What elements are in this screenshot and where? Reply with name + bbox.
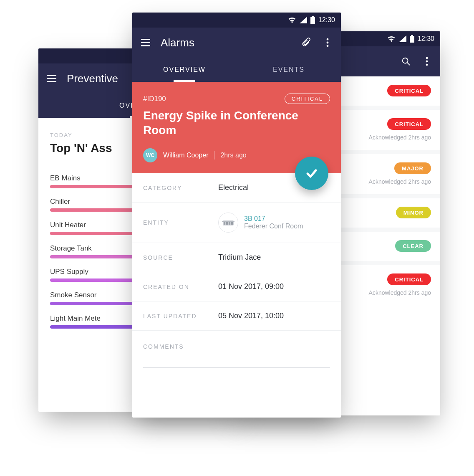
assignee-name: William Cooper bbox=[163, 152, 208, 159]
svg-rect-3 bbox=[411, 35, 413, 36]
attachment-icon[interactable] bbox=[301, 37, 313, 48]
alarm-hero: #ID190 CRITICAL Energy Spike in Conferen… bbox=[132, 82, 341, 173]
svg-rect-17 bbox=[226, 222, 228, 225]
svg-point-13 bbox=[327, 45, 329, 47]
svg-point-7 bbox=[426, 61, 428, 63]
menu-icon[interactable] bbox=[140, 37, 151, 48]
severity-badge: CRITICAL bbox=[387, 273, 431, 285]
ack-text: Acknowledged 2hrs ago bbox=[369, 289, 431, 296]
alarm-time: 2hrs ago bbox=[220, 152, 246, 159]
entity-room: Federer Conf Room bbox=[244, 223, 303, 230]
value: Electrical bbox=[218, 183, 249, 192]
signal-icon bbox=[300, 17, 307, 23]
severity-pill: CRITICAL bbox=[285, 94, 330, 104]
row-updated: LAST UPDATED 05 Nov 2017, 10:00 bbox=[132, 301, 341, 331]
menu-icon[interactable] bbox=[46, 73, 58, 84]
acknowledge-fab[interactable] bbox=[295, 157, 328, 190]
wifi-icon bbox=[387, 35, 396, 42]
avatar[interactable]: WC bbox=[143, 148, 157, 162]
alarm-detail-screen: 12:30 Alarms OVERVIEW EVENTS #ID190 CRIT… bbox=[132, 13, 341, 418]
svg-point-11 bbox=[327, 38, 329, 41]
clock: 12:30 bbox=[418, 35, 434, 43]
severity-badge: CRITICAL bbox=[387, 85, 431, 96]
entity-icon bbox=[218, 213, 238, 233]
svg-line-5 bbox=[407, 63, 410, 65]
svg-rect-9 bbox=[310, 17, 315, 24]
comments-label: COMMENTS bbox=[132, 331, 341, 354]
ack-text: Acknowledged 2hrs ago bbox=[369, 134, 431, 141]
label: ENTITY bbox=[143, 219, 210, 226]
separator bbox=[214, 151, 214, 160]
tabs: OVERVIEW EVENTS bbox=[132, 58, 341, 82]
statusbar: 12:30 bbox=[132, 13, 341, 28]
appbar: Alarms bbox=[132, 28, 341, 58]
svg-point-12 bbox=[327, 42, 329, 44]
row-created: CREATED ON 01 Nov 2017, 09:00 bbox=[132, 272, 341, 301]
svg-rect-16 bbox=[224, 222, 225, 225]
alarm-title: Energy Spike in Conference Room bbox=[143, 108, 330, 137]
severity-badge: MAJOR bbox=[394, 162, 431, 174]
comment-input[interactable] bbox=[143, 367, 330, 368]
battery-icon bbox=[410, 35, 414, 43]
clock: 12:30 bbox=[318, 16, 335, 24]
severity-badge: MINOR bbox=[396, 207, 431, 218]
tab-events[interactable]: EVENTS bbox=[237, 58, 341, 82]
svg-point-4 bbox=[403, 58, 408, 63]
value: Tridium Jace bbox=[218, 253, 261, 262]
label: LAST UPDATED bbox=[143, 313, 210, 319]
severity-badge: CRITICAL bbox=[387, 118, 431, 130]
svg-point-8 bbox=[426, 64, 428, 66]
svg-rect-18 bbox=[229, 222, 230, 225]
alarm-id: #ID190 bbox=[143, 95, 166, 103]
entity-code: 3B 017 bbox=[244, 215, 303, 223]
more-icon[interactable] bbox=[322, 37, 333, 48]
more-icon[interactable] bbox=[421, 56, 433, 67]
battery-icon bbox=[310, 16, 315, 24]
severity-badge: CLEAR bbox=[395, 240, 431, 252]
value: 05 Nov 2017, 10:00 bbox=[218, 311, 284, 320]
svg-rect-15 bbox=[222, 221, 234, 222]
row-source: SOURCE Tridium Jace bbox=[132, 243, 341, 272]
row-entity[interactable]: ENTITY 3B 017 Federer Conf Room bbox=[132, 203, 341, 243]
value: 01 Nov 2017, 09:00 bbox=[218, 282, 284, 291]
label: CATEGORY bbox=[143, 185, 210, 191]
label: SOURCE bbox=[143, 254, 210, 261]
svg-rect-19 bbox=[231, 222, 233, 225]
signal-icon bbox=[399, 35, 406, 42]
alarm-details: CATEGORY Electrical ENTITY 3B 017 Federe… bbox=[132, 173, 341, 368]
search-icon[interactable] bbox=[400, 56, 412, 67]
svg-rect-10 bbox=[312, 16, 314, 17]
page-title: Alarms bbox=[161, 36, 292, 49]
label: CREATED ON bbox=[143, 284, 210, 290]
svg-rect-2 bbox=[410, 36, 414, 43]
svg-point-6 bbox=[426, 57, 428, 59]
ack-text: Acknowledged 2hrs ago bbox=[369, 178, 431, 185]
tab-overview[interactable]: OVERVIEW bbox=[132, 58, 237, 82]
wifi-icon bbox=[288, 17, 296, 23]
